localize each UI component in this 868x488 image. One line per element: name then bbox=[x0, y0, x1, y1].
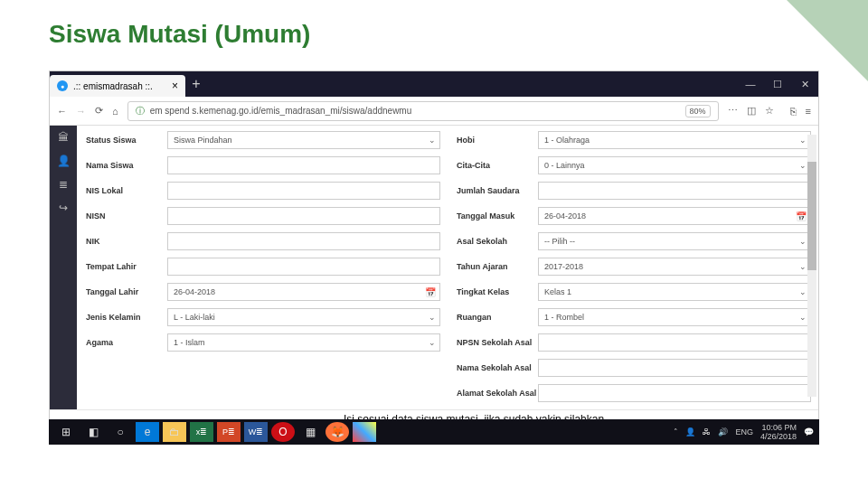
field-input[interactable]: -- Pilih --⌄ bbox=[538, 232, 811, 250]
firefox-icon[interactable]: 🦊 bbox=[326, 422, 349, 442]
field-label: NISN bbox=[80, 211, 167, 221]
field-input[interactable]: Siswa Pindahan⌄ bbox=[167, 131, 440, 149]
bookmark-icon[interactable]: ☆ bbox=[765, 105, 774, 117]
field-input[interactable]: 0 - Lainnya⌄ bbox=[538, 156, 811, 174]
browser-tab[interactable]: ● .:: emismadrasah ::. × bbox=[50, 75, 185, 97]
cortana-icon[interactable]: ○ bbox=[108, 422, 132, 442]
field-label: Jumlah Saudara bbox=[451, 186, 538, 195]
form-row: Nama Sekolah Asal bbox=[451, 357, 811, 379]
form-row: NPSN Sekolah Asal bbox=[451, 332, 811, 353]
calendar-icon: 📅 bbox=[425, 287, 436, 297]
nav-reload-icon[interactable]: ⟳ bbox=[95, 105, 103, 117]
form-column-left: Status SiswaSiswa Pindahan⌄Nama SiswaNIS… bbox=[80, 129, 440, 404]
form-row: Nama Siswa bbox=[80, 155, 440, 176]
tab-title: .:: emismadrasah ::. bbox=[73, 81, 153, 91]
sidebar-home-icon[interactable]: 🏛 bbox=[58, 131, 69, 144]
form-row: Status SiswaSiswa Pindahan⌄ bbox=[80, 129, 440, 151]
field-input[interactable] bbox=[167, 182, 440, 200]
tab-close-icon[interactable]: × bbox=[172, 80, 178, 92]
tray-up-icon[interactable]: ˄ bbox=[674, 427, 678, 436]
chevron-down-icon: ⌄ bbox=[799, 136, 807, 145]
chevron-down-icon: ⌄ bbox=[799, 287, 807, 296]
address-bar[interactable]: ⓘ em spend s.kemenag.go.id/emis_madrasan… bbox=[127, 101, 719, 121]
field-input[interactable] bbox=[538, 359, 811, 377]
field-input[interactable] bbox=[167, 232, 440, 250]
form-row: NISN bbox=[80, 205, 440, 227]
field-input[interactable] bbox=[538, 384, 811, 402]
field-label: Hobi bbox=[451, 136, 538, 145]
form-row: Tanggal Lahir26-04-2018📅 bbox=[80, 281, 440, 303]
tray-volume-icon[interactable]: 🔊 bbox=[718, 427, 728, 436]
tray-network-icon[interactable]: 🖧 bbox=[703, 427, 711, 436]
form-row: Tingkat KelasKelas 1⌄ bbox=[451, 281, 811, 303]
tray-people-icon[interactable]: 👤 bbox=[685, 427, 695, 436]
tray-notifications-icon[interactable]: 💬 bbox=[804, 427, 814, 436]
start-icon[interactable]: ⊞ bbox=[54, 422, 78, 442]
scrollbar[interactable] bbox=[807, 135, 816, 397]
form-row: Hobi1 - Olahraga⌄ bbox=[451, 129, 811, 151]
browser-window: ● .:: emismadrasah ::. × + — ☐ ✕ ← → ⟳ ⌂… bbox=[49, 70, 819, 445]
form-row: Jenis KelaminL - Laki-laki⌄ bbox=[80, 306, 440, 328]
tray-clock[interactable]: 10:06 PM 4/26/2018 bbox=[760, 423, 797, 441]
window-close-icon[interactable]: ✕ bbox=[791, 71, 818, 97]
form-row: NIK bbox=[80, 230, 440, 252]
sidebar-list-icon[interactable]: ≣ bbox=[59, 178, 68, 191]
form-row: Asal Sekolah-- Pilih --⌄ bbox=[451, 230, 811, 252]
app-icon[interactable]: ▦ bbox=[298, 422, 322, 442]
tray-lang[interactable]: ENG bbox=[735, 427, 753, 436]
menu-icon[interactable]: ≡ bbox=[806, 106, 811, 117]
field-label: Alamat Sekolah Asal bbox=[451, 389, 538, 398]
excel-icon[interactable]: x≣ bbox=[190, 422, 213, 442]
form-row: Cita-Cita0 - Lainnya⌄ bbox=[451, 155, 811, 176]
field-input[interactable]: L - Laki-laki⌄ bbox=[167, 308, 440, 326]
field-input[interactable] bbox=[538, 182, 811, 200]
field-label: Tanggal Lahir bbox=[80, 287, 167, 296]
word-icon[interactable]: W≣ bbox=[244, 422, 268, 442]
field-input[interactable]: 1 - Rombel⌄ bbox=[538, 308, 811, 326]
field-input[interactable]: 26-04-2018📅 bbox=[167, 283, 440, 301]
sidebar-user-icon[interactable]: 👤 bbox=[57, 155, 71, 167]
chevron-down-icon: ⌄ bbox=[799, 313, 807, 322]
nav-back-icon[interactable]: ← bbox=[57, 106, 67, 117]
explorer-icon[interactable]: 🗀 bbox=[163, 422, 186, 442]
tab-favicon-icon: ● bbox=[57, 80, 68, 91]
field-input[interactable] bbox=[167, 207, 440, 225]
field-label: Ruangan bbox=[451, 313, 538, 322]
edge-icon[interactable]: e bbox=[136, 422, 159, 442]
scroll-thumb[interactable] bbox=[807, 162, 816, 270]
field-label: Status Siswa bbox=[80, 136, 167, 145]
chevron-down-icon: ⌄ bbox=[429, 338, 436, 347]
field-input[interactable]: Kelas 1⌄ bbox=[538, 283, 811, 301]
more-icon[interactable]: ⋯ bbox=[728, 105, 738, 117]
form-row: NIS Lokal bbox=[80, 180, 440, 202]
field-input[interactable]: 2017-2018⌄ bbox=[538, 258, 811, 276]
library-icon[interactable]: ⎘ bbox=[790, 106, 797, 117]
nav-home-icon[interactable]: ⌂ bbox=[112, 106, 118, 117]
field-label: NIS Lokal bbox=[80, 186, 167, 195]
reader-icon[interactable]: ◫ bbox=[747, 105, 756, 117]
zoom-badge[interactable]: 80% bbox=[685, 105, 711, 117]
field-input[interactable] bbox=[167, 258, 440, 276]
field-label: Asal Sekolah bbox=[451, 237, 538, 246]
calendar-icon: 📅 bbox=[796, 211, 807, 221]
field-label: Nama Sekolah Asal bbox=[451, 363, 538, 372]
field-input[interactable] bbox=[538, 333, 811, 352]
chevron-down-icon: ⌄ bbox=[799, 237, 807, 246]
opera-icon[interactable]: O bbox=[271, 422, 295, 442]
sidebar-logout-icon[interactable]: ↪ bbox=[59, 202, 68, 214]
field-input[interactable] bbox=[167, 156, 440, 174]
paint-icon[interactable] bbox=[353, 422, 376, 442]
nav-forward-icon: → bbox=[76, 106, 86, 117]
form-row: Tanggal Masuk26-04-2018📅 bbox=[451, 205, 811, 227]
window-minimize-icon[interactable]: — bbox=[737, 71, 764, 97]
field-input[interactable]: 1 - Islam⌄ bbox=[167, 333, 440, 352]
powerpoint-icon[interactable]: P≣ bbox=[217, 422, 241, 442]
field-input[interactable]: 1 - Olahraga⌄ bbox=[538, 131, 811, 149]
new-tab-button[interactable]: + bbox=[185, 76, 207, 92]
window-maximize-icon[interactable]: ☐ bbox=[764, 71, 791, 97]
taskview-icon[interactable]: ◧ bbox=[81, 422, 105, 442]
field-input[interactable]: 26-04-2018📅 bbox=[538, 207, 811, 225]
chevron-down-icon: ⌄ bbox=[429, 313, 436, 322]
app-sidebar: 🏛 👤 ≣ ↪ bbox=[50, 126, 77, 409]
field-label: NPSN Sekolah Asal bbox=[451, 338, 538, 347]
